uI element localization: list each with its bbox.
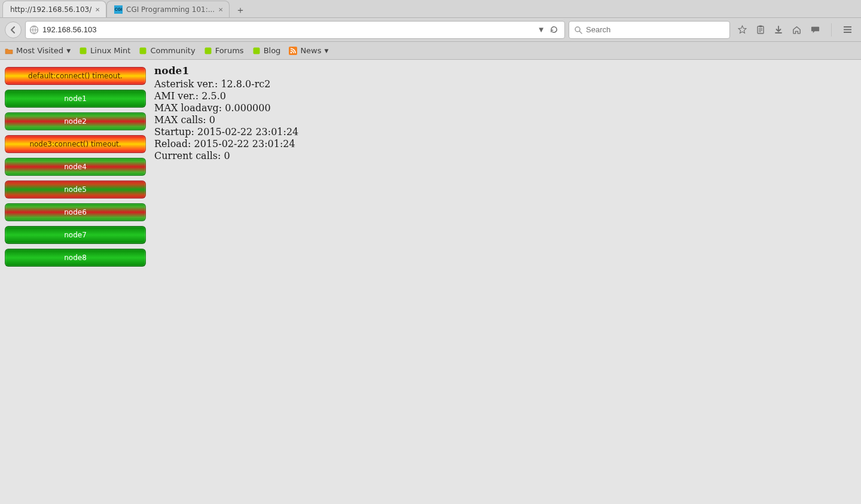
svg-rect-16 [204,47,211,54]
svg-rect-6 [759,26,762,28]
reload-button[interactable] [547,25,561,34]
detail-asterisk: Asterisk ver.: 12.8.0-rc2 [154,78,298,90]
bookmark-linux-mint[interactable]: Linux Mint [79,46,130,55]
node-label: node1 [64,94,87,103]
bookmark-label: Community [150,46,195,55]
mint-icon [139,47,147,55]
node-button-default[interactable]: default:connect() timeout. [5,67,146,85]
downloads-icon[interactable] [774,25,783,35]
node-label: node3:connect() timeout. [29,140,121,148]
chevron-down-icon: ▼ [325,48,329,54]
node-list: default:connect() timeout. node1 node2 n… [0,60,151,504]
bookmark-news[interactable]: News ▼ [289,46,328,55]
detail-loadavg: MAX loadavg: 0.000000 [154,102,298,114]
page-body: default:connect() timeout. node1 node2 n… [0,60,861,504]
bookmark-forums[interactable]: Forums [204,46,244,55]
detail-ami: AMI ver.: 2.5.0 [154,90,298,102]
tab-title: http://192.168.56.103/ [10,5,91,14]
svg-point-19 [291,51,292,53]
node-button-node3[interactable]: node3:connect() timeout. [5,135,146,153]
node-button-node4[interactable]: node4 [5,158,146,176]
chat-icon[interactable] [810,25,820,35]
svg-rect-14 [80,47,87,54]
chevron-down-icon: ▼ [66,48,71,54]
detail-startup: Startup: 2015-02-22 23:01:24 [154,126,298,138]
node-label: node7 [64,231,87,239]
home-icon[interactable] [792,25,802,35]
back-button[interactable] [5,22,22,38]
node-details: node1 Asterisk ver.: 12.8.0-rc2 AMI ver.… [151,60,302,504]
site-identity-icon[interactable] [29,25,39,35]
bookmark-label: Blog [264,46,281,55]
bookmark-label: Most Visited [16,46,63,55]
svg-line-4 [579,31,582,33]
bookmark-label: News [300,46,321,55]
node-label: default:connect() timeout. [28,72,123,80]
separator [831,23,832,36]
hamburger-menu-icon[interactable] [842,25,853,35]
bookmark-label: Forums [215,46,244,55]
bookmark-star-icon[interactable] [737,25,747,35]
tabbar: http://192.168.56.103/ × CGI CGI Program… [0,0,861,18]
node-label: node6 [64,208,87,216]
node-label: node8 [64,253,87,262]
new-tab-button[interactable]: ＋ [232,3,249,17]
clipboard-icon[interactable] [756,25,765,35]
node-button-node6[interactable]: node6 [5,203,146,221]
node-label: node4 [64,163,87,171]
tab-cgi-programming[interactable]: CGI CGI Programming 101:... × [106,1,230,17]
search-bar[interactable] [569,21,730,39]
bookmark-label: Linux Mint [90,46,130,55]
detail-current-calls: Current calls: 0 [154,150,298,162]
node-button-node1[interactable]: node1 [5,90,146,108]
detail-reload: Reload: 2015-02-22 23:01:24 [154,138,298,150]
mint-icon [204,47,212,55]
node-button-node8[interactable]: node8 [5,249,146,267]
svg-rect-15 [140,47,146,54]
rss-icon [289,47,297,55]
search-input[interactable] [586,25,725,34]
toolbar-icons [734,23,856,36]
close-icon[interactable]: × [218,5,223,14]
node-label: node2 [64,117,87,126]
detail-maxcalls: MAX calls: 0 [154,114,298,126]
mint-icon [252,47,261,55]
browser-chrome: http://192.168.56.103/ × CGI CGI Program… [0,0,861,60]
folder-icon [5,47,13,55]
url-input[interactable] [42,25,535,34]
tab-active[interactable]: http://192.168.56.103/ × [2,1,106,17]
mint-icon [79,47,87,55]
bookmark-community[interactable]: Community [139,46,195,55]
cgi-favicon: CGI [114,5,123,14]
svg-text:CGI: CGI [115,7,123,11]
navbar: ▼ [0,18,861,42]
close-icon[interactable]: × [95,5,100,14]
bookmark-most-visited[interactable]: Most Visited ▼ [5,46,71,55]
node-button-node2[interactable]: node2 [5,112,146,130]
bookmark-blog[interactable]: Blog [252,46,281,55]
url-bar[interactable]: ▼ [25,21,565,39]
bookmarks-bar: Most Visited ▼ Linux Mint Community Foru… [0,42,861,60]
tab-title: CGI Programming 101:... [126,5,215,14]
search-icon [574,26,582,34]
url-history-dropdown[interactable]: ▼ [539,26,544,33]
node-label: node5 [64,185,87,194]
detail-title: node1 [154,65,298,77]
node-button-node5[interactable]: node5 [5,181,146,198]
node-button-node7[interactable]: node7 [5,226,146,244]
svg-rect-17 [253,47,259,54]
